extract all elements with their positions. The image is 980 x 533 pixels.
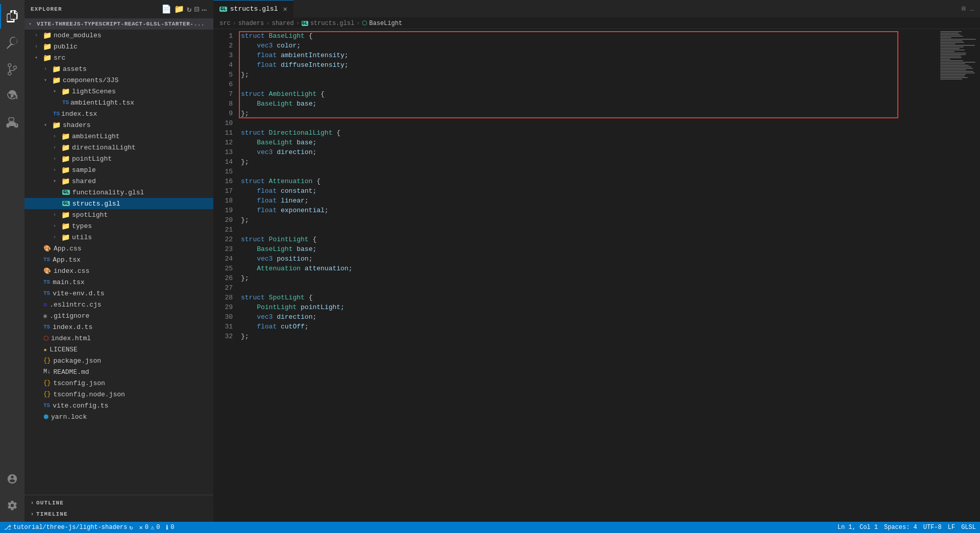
tree-item-ambientlight-tsx[interactable]: TS ambientLight.tsx <box>24 97 213 108</box>
status-encoding[interactable]: UTF-8 <box>923 524 942 531</box>
tree-item-index-d-ts[interactable]: TS index.d.ts <box>24 321 213 333</box>
breadcrumb-shaders[interactable]: shaders <box>238 20 264 27</box>
code-line-32: }; <box>239 332 939 341</box>
tree-item-app-css[interactable]: 🎨 App.css <box>24 243 213 254</box>
tree-item-license[interactable]: ★ LICENSE <box>24 344 213 355</box>
tree-item-root[interactable]: ▾ VITE-THREEJS-TYPESCRIPT-REACT-GLSL-STA… <box>24 18 213 30</box>
folder-icon: 📁 <box>43 31 52 40</box>
tree-item-package-json[interactable]: {} package.json <box>24 355 213 366</box>
tree-item-utils-folder[interactable]: › 📁 utils <box>24 232 213 243</box>
status-cursor[interactable]: Ln 1, Col 1 <box>838 524 878 531</box>
tree-item-shaders[interactable]: ▾ 📁 shaders <box>24 119 213 131</box>
new-folder-icon[interactable]: 📁 <box>174 4 185 14</box>
folder-icon: 📁 <box>61 166 70 174</box>
split-editor-icon[interactable]: ⊟ … <box>955 5 980 13</box>
tree-item-node_modules[interactable]: › 📁 node_modules <box>24 30 213 41</box>
tab-close-icon[interactable]: ✕ <box>283 5 287 13</box>
tree-item-index-tsx[interactable]: TS index.tsx <box>24 108 213 119</box>
tree-label: App.css <box>54 245 82 252</box>
tree-item-app-tsx[interactable]: TS App.tsx <box>24 254 213 265</box>
chevron-down-icon: ▾ <box>53 88 59 94</box>
status-git-branch[interactable]: ⎇ tutorial/three-js/light-shaders ↻ <box>4 524 133 531</box>
tree-item-gitignore[interactable]: ◉ .gitignore <box>24 310 213 321</box>
tree-item-yarn-lock[interactable]: ⬢ yarn.lock <box>24 411 213 422</box>
code-line-1: struct BaseLight { <box>239 31 939 41</box>
code-editor[interactable]: struct BaseLight { vec3 color; float amb… <box>239 29 939 522</box>
outline-header[interactable]: › OUTLINE <box>24 497 213 509</box>
status-eol[interactable]: LF <box>948 524 955 531</box>
split-right-icon[interactable]: ⊟ <box>962 5 966 13</box>
new-file-icon[interactable]: 📄 <box>161 4 172 14</box>
error-icon: ✕ <box>139 524 142 531</box>
tree-item-sample-folder[interactable]: › 📁 sample <box>24 164 213 175</box>
breadcrumb-src[interactable]: src <box>219 20 231 27</box>
tree-item-directionallight-folder[interactable]: › 📁 directionalLight <box>24 142 213 153</box>
code-line-17: float constant; <box>239 186 939 196</box>
tree-label: types <box>72 222 92 230</box>
chevron-right-icon: › <box>53 167 59 173</box>
code-line-18: float linear; <box>239 196 939 206</box>
tree-item-spotlight-folder[interactable]: › 📁 spotLight <box>24 209 213 220</box>
cursor-label: Ln 1, Col 1 <box>838 524 878 531</box>
tree-item-tsconfig-node-json[interactable]: {} tsconfig.node.json <box>24 389 213 400</box>
tree-item-index-css[interactable]: 🎨 index.css <box>24 265 213 276</box>
status-bar: ⎇ tutorial/three-js/light-shaders ↻ ✕ 0 … <box>0 522 980 533</box>
tree-item-readme[interactable]: M↓ README.md <box>24 366 213 377</box>
tree-label: tsconfig.json <box>53 379 105 387</box>
activity-bottom <box>0 467 24 518</box>
tree-item-shared-folder[interactable]: ▾ 📁 shared <box>24 175 213 187</box>
activity-item-run[interactable] <box>0 84 24 108</box>
status-language[interactable]: GLSL <box>961 524 976 531</box>
tree-item-vite-config[interactable]: TS vite.config.ts <box>24 400 213 411</box>
tree-item-public[interactable]: › 📁 public <box>24 41 213 52</box>
tree-item-main-tsx[interactable]: TS main.tsx <box>24 276 213 288</box>
status-spaces[interactable]: Spaces: 4 <box>884 524 917 531</box>
breadcrumb-symbol[interactable]: BaseLight <box>369 20 402 27</box>
info-icon: ℹ <box>166 524 168 531</box>
activity-item-extensions[interactable] <box>0 110 24 135</box>
tree-item-assets[interactable]: › 📁 assets <box>24 63 213 74</box>
tree-item-pointlight-folder[interactable]: › 📁 pointLight <box>24 153 213 164</box>
status-errors[interactable]: ✕ 0 ⚠ 0 <box>139 524 160 531</box>
ts-icon: TS <box>43 279 50 285</box>
tree-item-tsconfig-json[interactable]: {} tsconfig.json <box>24 377 213 389</box>
tree-item-components-3js[interactable]: ▾ 📁 components/3JS <box>24 74 213 86</box>
css-icon: 🎨 <box>43 267 51 275</box>
activity-item-explorer[interactable] <box>0 4 24 29</box>
status-info[interactable]: ℹ 0 <box>166 524 174 531</box>
refresh-icon[interactable]: ↻ <box>187 4 192 14</box>
tree-label: lightScenes <box>72 88 116 95</box>
activity-item-search[interactable] <box>0 31 24 55</box>
more-icon[interactable]: … <box>970 5 974 13</box>
code-line-14: }; <box>239 157 939 167</box>
breadcrumb-file[interactable]: structs.glsl <box>310 20 354 27</box>
breadcrumb-sep-4: › <box>356 20 360 27</box>
code-line-15 <box>239 167 939 176</box>
code-line-5: }; <box>239 70 939 80</box>
gl-icon: GL <box>62 190 70 195</box>
collapse-icon[interactable]: ⊟ <box>194 4 200 14</box>
css-icon: 🎨 <box>43 245 51 252</box>
activity-item-source-control[interactable] <box>0 57 24 82</box>
tree-item-lightscenes[interactable]: ▾ 📁 lightScenes <box>24 86 213 97</box>
tree-item-structs-glsl[interactable]: GL structs.glsl <box>24 198 213 209</box>
activity-item-account[interactable] <box>0 467 24 491</box>
timeline-header[interactable]: › TIMELINE <box>24 509 213 520</box>
tree-item-vite-env[interactable]: TS vite-env.d.ts <box>24 288 213 299</box>
html-icon: ⬡ <box>43 335 48 342</box>
tree-item-eslintrc[interactable]: ⚙ .eslintrc.cjs <box>24 299 213 310</box>
more-actions-icon[interactable]: … <box>202 4 207 14</box>
tree-item-index-html[interactable]: ⬡ index.html <box>24 333 213 344</box>
tree-item-src[interactable]: ▾ 📁 src <box>24 52 213 63</box>
tree-item-ambientlight-folder[interactable]: › 📁 ambientLight <box>24 131 213 142</box>
chevron-right-icon: › <box>31 512 34 517</box>
breadcrumb-shared[interactable]: shared <box>272 20 293 27</box>
tree-item-functionality-glsl[interactable]: GL functionality.glsl <box>24 187 213 198</box>
eslint-icon: ⚙ <box>43 301 47 309</box>
tree-label: index.html <box>51 335 91 342</box>
activity-item-settings[interactable] <box>0 493 24 518</box>
code-line-9: }; <box>239 109 939 118</box>
tab-structs-glsl[interactable]: GL structs.glsl ✕ <box>213 0 294 18</box>
tree-item-types-folder[interactable]: › 📁 types <box>24 220 213 232</box>
chevron-down-icon: ▾ <box>44 77 50 83</box>
